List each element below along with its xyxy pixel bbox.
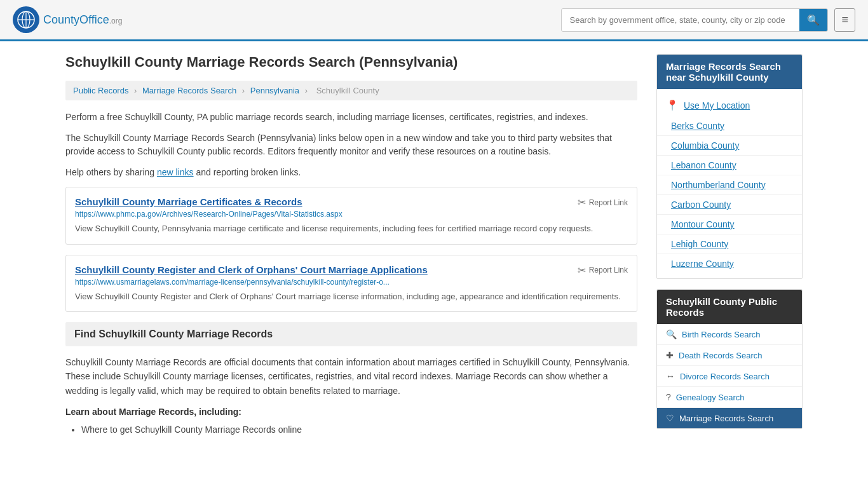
- divorce-label: Divorce Records Search: [680, 372, 770, 381]
- content-area: Schuylkill County Marriage Records Searc…: [65, 54, 637, 439]
- sub-heading: Learn about Marriage Records, including:: [65, 407, 637, 417]
- sidebar-label-northumberland: Northumberland County: [671, 180, 766, 190]
- resource-title-2[interactable]: Schuylkill County Register and Clerk of …: [75, 264, 428, 275]
- death-icon: ✚: [666, 350, 674, 360]
- header-controls: 🔍 ≡: [561, 8, 855, 32]
- marriage-icon: ♡: [666, 413, 674, 423]
- resource-desc-1: View Schuylkill County, Pennsylvania mar…: [75, 222, 628, 235]
- report-link-btn-1[interactable]: ✂ Report Link: [578, 196, 628, 208]
- logo[interactable]: CountyOffice.org: [13, 6, 122, 33]
- site-header: CountyOffice.org 🔍 ≡: [0, 0, 868, 41]
- public-records-title: Schuylkill County Public Records: [657, 290, 802, 324]
- page-title: Schuylkill County Marriage Records Searc…: [65, 54, 637, 71]
- breadcrumb-current: Schuylkill County: [316, 86, 379, 95]
- sidebar-label-berks: Berks County: [671, 121, 724, 131]
- report-link-btn-2[interactable]: ✂ Report Link: [578, 264, 628, 276]
- sidebar-pub-marriage[interactable]: ♡ Marriage Records Search: [657, 408, 802, 428]
- genealogy-label: Genealogy Search: [676, 393, 745, 402]
- breadcrumb-marriage-records[interactable]: Marriage Records Search: [142, 86, 236, 95]
- sidebar-pub-divorce[interactable]: ↔ Divorce Records Search: [657, 366, 802, 387]
- location-icon: 📍: [666, 99, 679, 111]
- birth-icon: 🔍: [666, 329, 677, 339]
- public-records-links: 🔍 Birth Records Search ✚ Death Records S…: [657, 324, 802, 428]
- menu-button[interactable]: ≡: [834, 8, 855, 32]
- logo-text: CountyOffice.org: [43, 13, 122, 26]
- body-text: Schuylkill County Marriage Records are o…: [65, 355, 637, 398]
- nearby-counties-section: Marriage Records Search near Schuylkill …: [656, 54, 803, 279]
- search-input[interactable]: [562, 10, 799, 30]
- breadcrumb: Public Records › Marriage Records Search…: [65, 81, 637, 100]
- divorce-icon: ↔: [666, 371, 675, 381]
- sidebar-label-luzerne: Luzerne County: [671, 259, 734, 269]
- description-2: The Schuylkill County Marriage Records S…: [65, 132, 637, 158]
- sidebar: Marriage Records Search near Schuylkill …: [656, 54, 803, 439]
- sidebar-pub-genealogy[interactable]: ? Genealogy Search: [657, 387, 802, 408]
- nearby-title: Marriage Records Search near Schuylkill …: [657, 55, 802, 89]
- sidebar-pub-death[interactable]: ✚ Death Records Search: [657, 345, 802, 366]
- bullet-list: Where to get Schuylkill County Marriage …: [65, 422, 637, 438]
- sidebar-label-lehigh: Lehigh County: [671, 239, 728, 249]
- birth-label: Birth Records Search: [682, 330, 761, 339]
- resource-header-2: Schuylkill County Register and Clerk of …: [75, 264, 628, 278]
- resource-url-2: https://www.usmarriagelaws.com/marriage-…: [75, 278, 628, 287]
- report-icon-2: ✂: [578, 264, 586, 276]
- main-container: Schuylkill County Marriage Records Searc…: [53, 41, 815, 452]
- sidebar-pub-birth[interactable]: 🔍 Birth Records Search: [657, 324, 802, 345]
- resource-card-2: Schuylkill County Register and Clerk of …: [65, 255, 637, 313]
- genealogy-icon: ?: [666, 392, 671, 402]
- sidebar-item-luzerne[interactable]: Luzerne County: [657, 254, 802, 273]
- new-links-link[interactable]: new links: [157, 167, 194, 177]
- list-item: Where to get Schuylkill County Marriage …: [81, 422, 637, 438]
- sidebar-item-carbon[interactable]: Carbon County: [657, 195, 802, 215]
- public-records-section: Schuylkill County Public Records 🔍 Birth…: [656, 289, 803, 429]
- nearby-links: 📍 Use My Location Berks County Columbia …: [657, 89, 802, 278]
- resource-url-1: https://www.phmc.pa.gov/Archives/Researc…: [75, 210, 628, 219]
- sidebar-item-lebanon[interactable]: Lebanon County: [657, 156, 802, 175]
- description-1: Perform a free Schuylkill County, PA pub…: [65, 111, 637, 124]
- breadcrumb-pennsylvania[interactable]: Pennsylvania: [250, 86, 299, 95]
- resource-desc-2: View Schuylkill County Register and Cler…: [75, 290, 628, 303]
- sidebar-item-montour[interactable]: Montour County: [657, 215, 802, 234]
- sidebar-item-northumberland[interactable]: Northumberland County: [657, 175, 802, 195]
- breadcrumb-public-records[interactable]: Public Records: [73, 86, 128, 95]
- logo-icon: [13, 6, 39, 33]
- search-button[interactable]: 🔍: [799, 9, 827, 31]
- sidebar-item-berks[interactable]: Berks County: [657, 116, 802, 136]
- sidebar-label-montour: Montour County: [671, 219, 735, 229]
- use-location-label: Use My Location: [684, 100, 750, 111]
- use-location-link[interactable]: 📍 Use My Location: [657, 94, 802, 116]
- resource-card-1: Schuylkill County Marriage Certificates …: [65, 187, 637, 245]
- sidebar-label-carbon: Carbon County: [671, 200, 731, 210]
- sidebar-item-lehigh[interactable]: Lehigh County: [657, 234, 802, 254]
- death-label: Death Records Search: [679, 351, 763, 360]
- global-search-bar: 🔍: [561, 8, 828, 32]
- resource-header-1: Schuylkill County Marriage Certificates …: [75, 196, 628, 210]
- sidebar-item-columbia[interactable]: Columbia County: [657, 136, 802, 156]
- resource-title-1[interactable]: Schuylkill County Marriage Certificates …: [75, 196, 302, 207]
- sidebar-label-lebanon: Lebanon County: [671, 160, 736, 170]
- sidebar-label-columbia: Columbia County: [671, 140, 739, 151]
- report-icon-1: ✂: [578, 196, 586, 208]
- marriage-label: Marriage Records Search: [679, 414, 773, 423]
- section-heading: Find Schuylkill County Marriage Records: [65, 322, 637, 346]
- description-3: Help others by sharing new links and rep…: [65, 166, 637, 179]
